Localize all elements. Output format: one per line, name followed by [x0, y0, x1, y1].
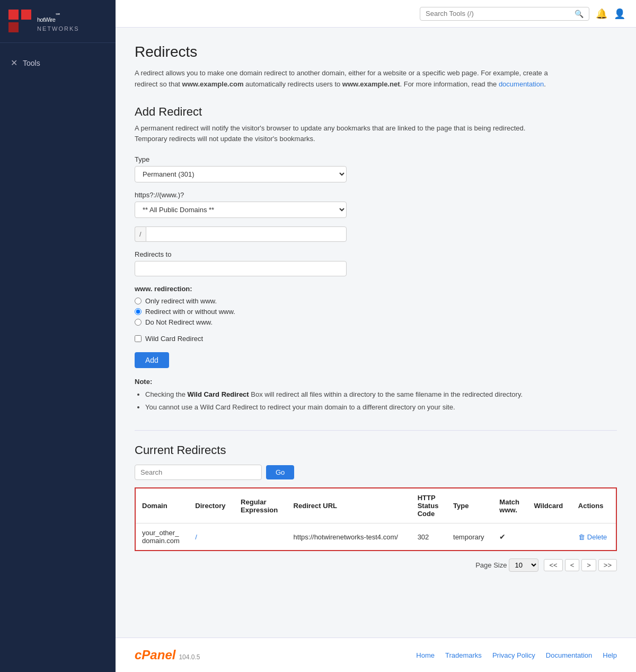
www-radio-with-or-without-input[interactable]	[135, 308, 142, 315]
logo-sq-bottom-right	[21, 22, 31, 32]
cell-match-www: ✔	[493, 523, 527, 551]
www-radio-only: Only redirect with www.	[135, 297, 617, 305]
footer-link-trademarks[interactable]: Trademarks	[445, 651, 482, 659]
redirects-to-input[interactable]	[135, 261, 347, 276]
www-radio-with-or-without: Redirect with or without www.	[135, 308, 617, 316]
sidebar-item-label: Tools	[23, 59, 40, 67]
cell-actions: 🗑 Delete	[572, 523, 616, 551]
section-divider	[135, 430, 617, 431]
type-group: Type Permanent (301) Temporary (302)	[135, 155, 617, 182]
www-radio-do-not-input[interactable]	[135, 319, 142, 326]
www-radio-do-not-label: Do Not Redirect www.	[145, 318, 213, 326]
logo-sq-top-right	[21, 10, 31, 20]
page-size-label: Page Size	[475, 561, 507, 569]
domain-group: https?://(www.)? ** All Public Domains *…	[135, 191, 617, 218]
directory-link[interactable]: /	[195, 533, 197, 541]
col-type: Type	[447, 488, 493, 523]
col-redirect-url: Redirect URL	[287, 488, 411, 523]
note-item-1: Checking the Wild Card Redirect Box will…	[145, 389, 617, 400]
documentation-link[interactable]: documentation	[499, 80, 544, 88]
footer-link-help[interactable]: Help	[603, 651, 617, 659]
content-area: Redirects A redirect allows you to make …	[116, 28, 636, 638]
last-page-button[interactable]: >>	[598, 559, 617, 571]
col-regex: RegularExpression	[234, 488, 287, 523]
domain-label: https?://(www.)?	[135, 191, 617, 199]
search-row: Go	[135, 465, 617, 480]
wildcard-checkbox[interactable]	[135, 335, 142, 342]
www-redirect-section: www. redirection: Only redirect with www…	[135, 285, 617, 326]
www-radio-do-not: Do Not Redirect www.	[135, 318, 617, 326]
col-directory: Directory	[189, 488, 234, 523]
search-tools-wrap: 🔍	[420, 7, 589, 21]
footer-link-home[interactable]: Home	[416, 651, 435, 659]
sidebar-nav: ✕ Tools	[0, 43, 116, 73]
cell-directory: /	[189, 523, 234, 551]
table-row: your_other_domain.com / https://hotwiren…	[135, 523, 616, 551]
cell-domain: your_other_domain.com	[135, 523, 189, 551]
first-page-button[interactable]: <<	[544, 559, 562, 571]
table-header-row: Domain Directory RegularExpression Redir…	[135, 488, 616, 523]
cpanel-text: cPanel	[135, 648, 175, 662]
user-icon[interactable]: 👤	[614, 8, 625, 20]
page-description: A redirect allows you to make one domain…	[135, 68, 548, 90]
col-actions: Actions	[572, 488, 616, 523]
add-button[interactable]: Add	[135, 352, 169, 368]
footer-link-documentation[interactable]: Documentation	[546, 651, 592, 659]
footer-links: Home Trademarks Privacy Policy Documenta…	[416, 651, 617, 659]
logo-hotwire: hotWire℠	[37, 11, 80, 25]
pagination-row: Page Size 10 25 50 100 << < > >>	[135, 558, 617, 572]
col-wildcard: Wildcard	[527, 488, 571, 523]
trash-icon: 🗑	[578, 533, 585, 541]
wildcard-row: Wild Card Redirect	[135, 335, 617, 343]
col-domain: Domain	[135, 488, 189, 523]
www-radio-with-or-without-label: Redirect with or without www.	[145, 308, 235, 316]
cell-wildcard	[527, 523, 571, 551]
notification-icon[interactable]: 🔔	[596, 8, 607, 20]
path-row: /	[135, 226, 347, 242]
path-input[interactable]	[146, 226, 347, 242]
table-body: your_other_domain.com / https://hotwiren…	[135, 523, 616, 551]
logo-networks: NETWORKS	[37, 25, 80, 32]
search-icon: 🔍	[575, 10, 584, 18]
type-select[interactable]: Permanent (301) Temporary (302)	[135, 166, 347, 182]
delete-label: Delete	[587, 533, 607, 541]
search-input[interactable]	[135, 465, 262, 480]
wildcard-label: Wild Card Redirect	[145, 335, 203, 343]
cpanel-version: 104.0.5	[179, 653, 200, 661]
www-radio-only-input[interactable]	[135, 298, 142, 304]
cpanel-logo: cPanel 104.0.5	[135, 648, 200, 662]
go-button[interactable]: Go	[266, 465, 294, 479]
domain-select[interactable]: ** All Public Domains **	[135, 202, 347, 218]
logo-area: hotWire℠ NETWORKS	[0, 0, 116, 43]
page-title: Redirects	[135, 43, 617, 60]
logo-squares	[8, 10, 32, 33]
main-content: 🔍 🔔 👤 Redirects A redirect allows you to…	[116, 0, 636, 672]
redirects-table: Domain Directory RegularExpression Redir…	[135, 487, 617, 551]
cpanel-c-letter: c	[135, 648, 142, 662]
www-redirect-label: www. redirection:	[135, 285, 617, 293]
match-www-check: ✔	[499, 533, 506, 541]
page-size-select[interactable]: 10 25 50 100	[509, 558, 538, 572]
footer-link-privacy[interactable]: Privacy Policy	[492, 651, 535, 659]
type-label: Type	[135, 155, 617, 163]
logo-sq-bottom-left	[8, 22, 19, 32]
add-redirect-desc: A permanent redirect will notify the vis…	[135, 123, 537, 145]
delete-button[interactable]: 🗑 Delete	[578, 533, 607, 541]
search-tools-input[interactable]	[426, 10, 571, 18]
redirects-to-label: Redirects to	[135, 250, 617, 258]
sidebar: hotWire℠ NETWORKS ✕ Tools	[0, 0, 116, 672]
x-icon: ✕	[11, 58, 17, 68]
cell-regex	[234, 523, 287, 551]
note-item-2: You cannot use a Wild Card Redirect to r…	[145, 402, 617, 413]
footer: cPanel 104.0.5 Home Trademarks Privacy P…	[116, 638, 636, 672]
redirects-to-group: Redirects to	[135, 250, 617, 276]
col-http-status: HTTPStatusCode	[411, 488, 447, 523]
path-prefix: /	[135, 226, 146, 242]
table-head: Domain Directory RegularExpression Redir…	[135, 488, 616, 523]
prev-page-button[interactable]: <	[565, 559, 580, 571]
sidebar-item-tools[interactable]: ✕ Tools	[0, 53, 116, 73]
next-page-button[interactable]: >	[581, 559, 596, 571]
cell-http-status: 302	[411, 523, 447, 551]
note-list: Checking the Wild Card Redirect Box will…	[135, 389, 617, 413]
logo-sq-top-left	[8, 10, 19, 20]
